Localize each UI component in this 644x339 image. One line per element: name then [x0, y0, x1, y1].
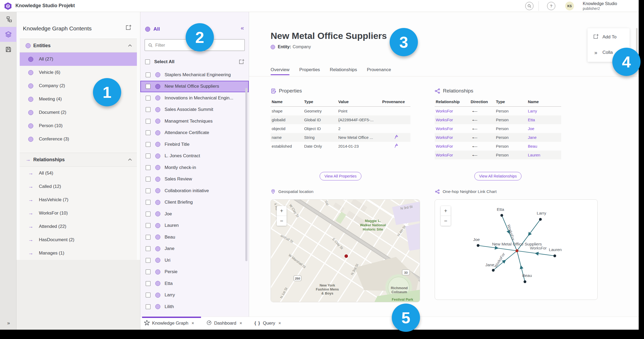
chart-node[interactable] [524, 280, 526, 283]
sidebar-item-relationship-type[interactable]: →Called (12) [20, 180, 137, 193]
close-tab-icon[interactable]: × [278, 321, 281, 326]
sidebar-item-entity-type[interactable]: Person (10) [20, 119, 137, 132]
item-checkbox[interactable] [146, 258, 150, 263]
view-all-properties-button[interactable]: View All Properties [320, 172, 361, 180]
sidebar-item-entity-type[interactable]: Vehicle (6) [20, 66, 137, 79]
sidebar-item-entity-type[interactable]: Document (2) [20, 106, 137, 119]
tab-relationships[interactable]: Relationships [330, 65, 357, 75]
list-item[interactable]: Uri [140, 255, 249, 266]
avatar[interactable]: KS [565, 2, 574, 10]
sidebar-item-relationship-type[interactable]: →HasVehicle (7) [20, 193, 137, 207]
tab-properties[interactable]: Properties [299, 65, 320, 75]
item-checkbox[interactable] [146, 246, 150, 251]
relationship-link[interactable]: WorksFor [435, 115, 470, 124]
list-item[interactable]: Staplers Mechanical Engineering [140, 69, 249, 81]
add-selection-to-map-button[interactable] [238, 59, 244, 66]
entities-section-header[interactable]: Entities [20, 39, 137, 53]
item-checkbox[interactable] [146, 200, 150, 205]
expand-rail-button[interactable]: » [0, 320, 17, 326]
list-item[interactable]: Collaboration initiative [140, 185, 249, 197]
add-to-map-button[interactable] [125, 24, 132, 32]
zoom-in-button[interactable]: + [441, 206, 451, 216]
provenance-flag-icon[interactable] [394, 135, 398, 139]
list-item[interactable]: L. Jones Contract [140, 150, 249, 162]
property-provenance[interactable] [381, 133, 410, 142]
collapse-panel-button[interactable]: « [241, 25, 244, 32]
sidebar-item-relationship-type[interactable]: →HasDocument (2) [20, 233, 137, 247]
related-entity-link[interactable]: Jane [527, 133, 561, 142]
relationship-link[interactable]: WorksFor [435, 151, 470, 159]
item-checkbox[interactable] [146, 235, 150, 240]
view-tab-knowledge-graph[interactable]: Knowledge Graph× [144, 320, 194, 327]
add-to-menu-item[interactable]: Add To [588, 30, 630, 44]
sidebar-item-relationship-type[interactable]: →All (54) [20, 167, 137, 180]
list-scrollbar[interactable] [245, 88, 247, 261]
item-checkbox[interactable] [146, 96, 150, 100]
list-item[interactable]: Etta [140, 278, 249, 289]
select-all-checkbox[interactable] [145, 59, 150, 64]
item-checkbox[interactable] [146, 177, 150, 181]
list-item[interactable]: Innovations in Mechanical Engin... [140, 92, 249, 104]
view-tab-dashboard[interactable]: Dashboard× [206, 320, 242, 326]
item-checkbox[interactable] [146, 107, 150, 112]
close-tab-icon[interactable]: × [239, 321, 242, 326]
save-button[interactable] [0, 42, 17, 57]
chart-center-node[interactable] [516, 249, 519, 252]
item-checkbox[interactable] [146, 269, 150, 274]
sidebar-item-relationship-type[interactable]: →WorksFor (10) [20, 207, 137, 220]
search-button[interactable] [525, 2, 533, 10]
close-tab-icon[interactable]: × [191, 321, 194, 326]
sidebar-item-relationship-type[interactable]: →Manages (1) [20, 247, 137, 260]
chart-node[interactable] [539, 218, 542, 221]
tab-overview[interactable]: Overview [271, 65, 290, 75]
item-checkbox[interactable] [146, 212, 150, 216]
relationship-link[interactable]: WorksFor [435, 107, 470, 115]
provenance-flag-icon[interactable] [394, 143, 398, 148]
view-all-relationships-button[interactable]: View All Relationships [474, 172, 522, 180]
item-checkbox[interactable] [146, 188, 150, 193]
item-checkbox[interactable] [146, 223, 150, 228]
related-entity-link[interactable]: Lauren [527, 151, 561, 159]
sidebar-item-entity-type[interactable]: Conference (3) [20, 132, 137, 146]
list-item[interactable]: Joe [140, 208, 249, 220]
list-item[interactable]: Lilith [140, 301, 249, 313]
item-checkbox[interactable] [146, 142, 150, 147]
list-item[interactable]: Beau [140, 231, 249, 243]
item-checkbox[interactable] [146, 154, 150, 158]
view-tab-query[interactable]: { }Query× [254, 321, 281, 326]
relationship-link[interactable]: WorksFor [435, 142, 470, 151]
sidebar-item-entity-type[interactable]: All (27) [20, 53, 137, 66]
list-item[interactable]: Managment Techniques [140, 115, 249, 127]
chart-node[interactable] [492, 269, 495, 272]
related-entity-link[interactable]: Joe [527, 124, 561, 133]
related-entity-link[interactable]: Etta [527, 115, 561, 124]
chart-node[interactable] [500, 214, 503, 217]
item-checkbox[interactable] [146, 130, 150, 135]
link-chart-panel[interactable]: + − EttaLarryJoeLaurenJaneBeauNew [435, 199, 598, 300]
chart-node[interactable] [477, 244, 479, 247]
item-checkbox[interactable] [146, 72, 150, 77]
item-checkbox[interactable] [146, 165, 150, 170]
item-checkbox[interactable] [146, 119, 150, 124]
relationship-link[interactable]: WorksFor [435, 124, 470, 133]
related-entity-link[interactable]: Beau [527, 142, 561, 151]
list-item[interactable]: Sales Review [140, 173, 249, 185]
item-checkbox[interactable] [146, 304, 150, 309]
related-entity-link[interactable]: Larry [527, 107, 561, 115]
relationship-link[interactable]: WorksFor [435, 133, 470, 142]
property-provenance[interactable] [381, 142, 410, 151]
list-item[interactable]: Jane [140, 243, 249, 255]
help-button[interactable]: ? [547, 2, 555, 10]
list-item[interactable]: Montly check-in [140, 162, 249, 173]
sidebar-item-relationship-type[interactable]: →Attended (22) [20, 220, 137, 233]
item-checkbox[interactable] [146, 281, 150, 286]
edit-title-icon[interactable]: ✎ [70, 2, 74, 9]
chart-edge[interactable] [478, 245, 517, 251]
contents-button[interactable] [0, 27, 17, 42]
list-item[interactable]: Firebird Title [140, 139, 249, 150]
list-item[interactable]: Client Briefing [140, 197, 249, 208]
list-item[interactable]: New Metal Office Suppliers [140, 81, 249, 92]
list-item[interactable]: Lauren [140, 220, 249, 232]
geospatial-map[interactable]: + − [271, 199, 420, 302]
list-item[interactable]: Sales Associate Summit [140, 104, 249, 116]
